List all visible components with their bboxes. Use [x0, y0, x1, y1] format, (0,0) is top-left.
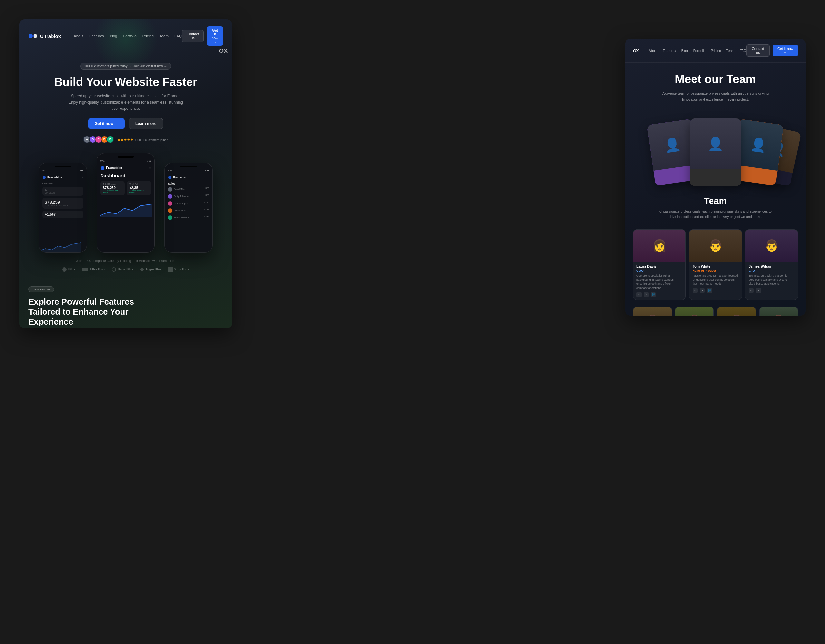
nav-portfolio[interactable]: Portfolio	[123, 34, 137, 38]
logo-icon	[28, 32, 37, 40]
member-social-laura: in ✕ 🌐	[637, 292, 682, 297]
phone-notch-left	[55, 165, 71, 168]
nav-about[interactable]: About	[74, 34, 83, 38]
linkedin-icon-james[interactable]: in	[749, 288, 754, 293]
contact-button[interactable]: Contact us	[182, 30, 204, 42]
sales-item-4: Laura Davis $789	[168, 208, 209, 214]
phone-app-logo-right: Frameblox	[168, 176, 188, 179]
right-contact-button[interactable]: Contact us	[746, 45, 769, 57]
dashboard-title: Dashboard	[100, 173, 151, 179]
right-hero: Meet our Team A diverse team of passiona…	[625, 63, 806, 109]
team-member-laura: 👩 Laura Davis COO Operations specialist …	[633, 229, 686, 300]
linkedin-icon-tom[interactable]: in	[692, 288, 698, 293]
team-photo-r2-3: 👩	[717, 307, 756, 316]
team-subtitle: of passionate professionals, each bringi…	[657, 209, 774, 220]
member-social-tom: in ✕ 🌐	[692, 288, 738, 293]
trust-logo-3: Supa Blox	[111, 267, 133, 272]
member-name-tom: Tom White	[692, 264, 738, 268]
team-card-photo-main: 👤	[690, 119, 741, 169]
meet-team-title: Meet our Team	[633, 72, 798, 86]
waitlist-badge[interactable]: 1000+ customers joined today · Join our …	[80, 63, 171, 69]
member-photo-laura: 👩	[633, 230, 686, 262]
hypeblox-icon	[140, 267, 144, 272]
member-info-laura: Laura Davis COO Operations specialist wi…	[633, 262, 686, 300]
right-nav: OX About Features Blog Portfolio Pricing…	[625, 39, 806, 63]
total-sales-stat: Total Sales +2,35 ↑ 10.5% from last mont…	[127, 181, 151, 196]
logo[interactable]: Ultrablox	[28, 32, 61, 40]
nav-features[interactable]: Features	[89, 34, 104, 38]
team-member-tom: 👨 Tom White Head of Product Passionate p…	[689, 229, 742, 300]
svg-point-3	[43, 176, 46, 179]
center-chart	[100, 199, 152, 217]
team-section: Team of passionate professionals, each b…	[625, 193, 806, 229]
member-bio-james: Technical guru with a passion for develo…	[749, 274, 794, 286]
nav-blog[interactable]: Blog	[110, 34, 117, 38]
overview-label: Overview	[42, 182, 83, 185]
team-member-james: 👨 James Wilson CTO Technical guru with a…	[745, 229, 798, 300]
nav-links: About Features Blog Portfolio Pricing Te…	[74, 34, 182, 38]
features-badge: New Feature	[28, 286, 54, 293]
phone-app-logo: Frameblox	[42, 176, 62, 179]
twitter-icon-tom[interactable]: ✕	[700, 288, 705, 293]
left-nav: Ultrablox About Features Blog Portfolio …	[19, 19, 232, 53]
phone-app-header-right: Frameblox	[168, 176, 209, 179]
phone-status-left: 9:41●●●	[39, 169, 87, 173]
member-info-james: James Wilson CTO Technical guru with a p…	[745, 262, 797, 296]
get-now-hero-button[interactable]: Get it now →	[88, 118, 125, 129]
member-info-tom: Tom White Head of Product Passionate pro…	[689, 262, 742, 296]
phone-stat-3: +1,567	[42, 211, 83, 218]
r-nav-faq[interactable]: FAQ	[740, 49, 746, 52]
ultrablox-icon	[82, 268, 88, 271]
trust-section: Join 1,000 companies already building th…	[19, 253, 232, 278]
member-photo-tom: 👨	[689, 230, 742, 262]
team-cards-area: 👤 👤 👤 👤	[625, 112, 806, 190]
shipblox-icon	[168, 267, 173, 272]
get-now-button-nav[interactable]: Get it now →	[207, 26, 223, 46]
right-get-now-button[interactable]: Get it now →	[773, 45, 798, 56]
avatars: A B C D E	[83, 136, 114, 143]
team-card-main: 👤	[690, 119, 741, 186]
phone-stat-1: 57 UP 16.8%	[42, 187, 83, 196]
r-nav-pricing[interactable]: Pricing	[711, 49, 721, 52]
supablox-icon	[111, 267, 116, 272]
hero-buttons: Get it now → Learn more	[28, 118, 223, 129]
twitter-icon[interactable]: ✕	[644, 292, 649, 297]
trust-logo-5: Ship Blox	[168, 267, 189, 272]
trust-logo-icon-1	[62, 267, 67, 272]
linkedin-icon[interactable]: in	[637, 292, 642, 297]
nav-pricing[interactable]: Pricing	[142, 34, 154, 38]
nav-faq[interactable]: FAQ	[175, 34, 182, 38]
trust-logos: Blox Ultra Blox Supa Blox Hype Blox Ship…	[28, 267, 223, 272]
phone-stat-revenue: $78,259 ↑ 12.5% from last month	[42, 198, 83, 209]
nav-team[interactable]: Team	[159, 34, 168, 38]
web-icon[interactable]: 🌐	[650, 292, 656, 297]
twitter-icon-james[interactable]: ✕	[756, 288, 761, 293]
trust-text: Join 1,000 companies already building th…	[28, 259, 223, 263]
phone-status-center: 9:41 ●●●	[97, 160, 154, 163]
r-nav-portfolio[interactable]: Portfolio	[693, 49, 706, 52]
team-member-r2-4: 👩	[759, 307, 798, 316]
phone-center: 9:41 ●●● Frameblox ≡ Dashboard Total Rev…	[97, 153, 155, 253]
r-nav-team[interactable]: Team	[726, 49, 734, 52]
right-nav-actions: Contact us Get it now →	[746, 45, 798, 57]
r-nav-features[interactable]: Features	[663, 49, 676, 52]
left-panel: Ultrablox About Features Blog Portfolio …	[19, 19, 232, 328]
chart-svg	[39, 240, 81, 253]
hero-section: 1000+ customers joined today · Join our …	[19, 53, 232, 143]
team-member-r2-2: 👨	[675, 307, 714, 316]
r-nav-blog[interactable]: Blog	[681, 49, 688, 52]
svg-point-2	[32, 35, 34, 37]
phone-status-right: 9:41●●●	[165, 169, 212, 173]
web-icon-tom[interactable]: 🌐	[707, 288, 712, 293]
avatar-5: E	[107, 136, 114, 143]
team-title: Team	[633, 196, 798, 206]
member-role-james: CTO	[749, 269, 794, 273]
learn-more-button[interactable]: Learn more	[128, 118, 163, 129]
logo-text: Ultrablox	[40, 34, 61, 39]
svg-point-5	[168, 176, 171, 179]
r-nav-about[interactable]: About	[649, 49, 657, 52]
features-section: New Feature Explore Powerful Features Ta…	[19, 278, 232, 328]
sales-label: Sales	[168, 182, 209, 185]
stats-row: Total Revenue $78,259 ↑ 12.5% from last …	[100, 181, 151, 197]
right-panel: OX About Features Blog Portfolio Pricing…	[625, 39, 806, 316]
